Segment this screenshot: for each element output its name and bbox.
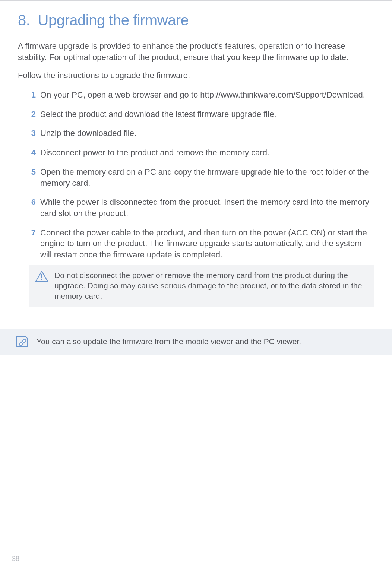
step-list: 1 On your PC, open a web browser and go …	[29, 89, 374, 307]
step-number: 4	[29, 147, 36, 158]
top-divider	[0, 0, 392, 1]
page-content: 8. Upgrading the firmware A firmware upg…	[0, 12, 392, 355]
section-heading: 8. Upgrading the firmware	[18, 12, 374, 29]
svg-point-1	[41, 279, 42, 280]
intro-paragraph: A firmware upgrade is provided to enhanc…	[18, 41, 374, 63]
list-item: 1 On your PC, open a web browser and go …	[29, 89, 374, 101]
list-item: 6 While the power is disconnected from t…	[29, 197, 374, 219]
step-text: Open the memory card on a PC and copy th…	[40, 167, 374, 188]
warning-callout: Do not disconnect the power or remove th…	[29, 265, 374, 307]
warning-text: Do not disconnect the power or remove th…	[54, 270, 367, 302]
heading-title: Upgrading the firmware	[38, 12, 189, 28]
step-text: Select the product and download the late…	[40, 109, 374, 120]
step-text: While the power is disconnected from the…	[40, 197, 374, 219]
note-text: You can also update the firmware from th…	[37, 337, 301, 346]
step-number: 6	[29, 197, 36, 208]
note-icon	[15, 335, 30, 348]
list-item: 3 Unzip the downloaded file.	[29, 128, 374, 139]
step-number: 3	[29, 128, 36, 139]
follow-paragraph: Follow the instructions to upgrade the f…	[18, 70, 374, 81]
step-number: 2	[29, 109, 36, 120]
step-number: 5	[29, 167, 36, 178]
step-text: Connect the power cable to the product, …	[40, 227, 374, 260]
step-text: Unzip the downloaded file.	[40, 128, 374, 139]
list-item: 4 Disconnect power to the product and re…	[29, 147, 374, 158]
list-item: 7 Connect the power cable to the product…	[29, 227, 374, 307]
step-number: 7	[29, 227, 36, 238]
step-number: 1	[29, 89, 36, 101]
step-text: Disconnect power to the product and remo…	[40, 147, 374, 158]
step-text: On your PC, open a web browser and go to…	[40, 89, 374, 101]
heading-number: 8.	[18, 12, 30, 28]
list-item: 2 Select the product and download the la…	[29, 109, 374, 120]
list-item: 5 Open the memory card on a PC and copy …	[29, 167, 374, 188]
page-number: 38	[12, 555, 19, 563]
warning-icon	[34, 270, 49, 282]
note-callout: You can also update the firmware from th…	[0, 329, 392, 355]
